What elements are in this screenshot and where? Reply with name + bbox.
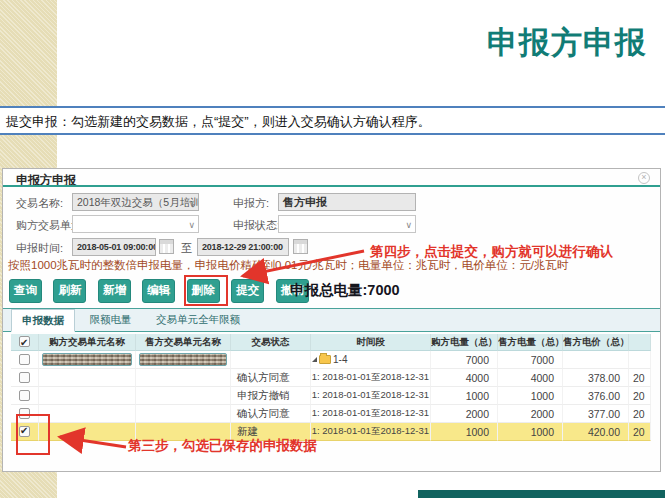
col-trade-status: 交易状态 bbox=[231, 334, 311, 351]
tab-unit-annual-limit[interactable]: 交易单元全年限额 bbox=[146, 309, 250, 332]
title-separator bbox=[3, 185, 660, 187]
col-sell-qty: 售方电量（总） bbox=[498, 334, 563, 351]
trade-name-value: 2018年双边交易（5月培训发电企 bbox=[77, 196, 199, 208]
row-checkbox[interactable] bbox=[19, 408, 30, 419]
declaration-window: 申报方申报 × 交易名称: 2018年双边交易（5月培训发电企 ∨ 申报方: 售… bbox=[2, 168, 661, 472]
tab-declaration-data[interactable]: 申报数据 bbox=[11, 309, 75, 332]
col-seller-unit: 售方交易单元名称 bbox=[136, 334, 231, 351]
row-checkbox[interactable] bbox=[19, 354, 30, 365]
chevron-down-icon: ∨ bbox=[188, 217, 195, 233]
status-cell: 申报方撤销 bbox=[231, 387, 311, 405]
status-cell: 确认方同意 bbox=[231, 369, 311, 387]
calendar-icon[interactable] bbox=[159, 239, 174, 254]
status-label: 申报状态: bbox=[233, 218, 280, 233]
status-cell: 新建 bbox=[231, 423, 311, 441]
buyer-unit-select[interactable]: ∨ bbox=[72, 215, 199, 233]
status-select[interactable]: ∨ bbox=[278, 215, 416, 233]
time-from-input[interactable]: 2018-05-01 09:00:00 bbox=[72, 238, 156, 256]
table-header-row: 购方交易单元名称 售方交易单元名称 交易状态 时间段 购方电量（总） 售方电量（… bbox=[11, 334, 651, 351]
col-extra bbox=[629, 334, 651, 351]
header-checkbox-cell bbox=[11, 334, 39, 351]
time-to-input[interactable]: 2018-12-29 21:00:00 bbox=[197, 238, 289, 256]
col-period: 时间段 bbox=[311, 334, 431, 351]
select-all-checkbox[interactable] bbox=[19, 336, 30, 347]
table-row[interactable]: 确认方同意 1: 2018-01-01至2018-12-31 2000 2000… bbox=[11, 405, 651, 423]
col-buy-qty: 购方电量（总） bbox=[431, 334, 498, 351]
slide-bottom-bar bbox=[418, 490, 665, 498]
refresh-button[interactable]: 刷新 bbox=[53, 279, 86, 303]
to-separator: 至 bbox=[181, 241, 192, 256]
table-row-selected[interactable]: 新建 1: 2018-01-01至2018-12-31 1000 1000 42… bbox=[11, 423, 651, 441]
delete-button[interactable]: 删除 bbox=[187, 279, 220, 303]
table-row[interactable]: 申报方撤销 1: 2018-01-01至2018-12-31 1000 1000… bbox=[11, 387, 651, 405]
calendar-icon[interactable] bbox=[293, 239, 308, 254]
declarer-label: 申报方: bbox=[233, 196, 269, 211]
tab-bar: 申报数据 限额电量 交易单元全年限额 bbox=[3, 308, 660, 332]
col-sell-price: 售方电价（总） bbox=[563, 334, 629, 351]
row-checkbox[interactable] bbox=[19, 372, 30, 383]
total-energy-label: 申报总电量:7000 bbox=[290, 281, 400, 300]
tab-limit-energy[interactable]: 限额电量 bbox=[79, 309, 141, 332]
trade-name-label: 交易名称: bbox=[16, 196, 63, 211]
status-cell: 确认方同意 bbox=[231, 405, 311, 423]
time-label: 申报时间: bbox=[16, 241, 63, 256]
censored-block bbox=[42, 353, 132, 366]
declarer-field[interactable]: 售方申报 bbox=[278, 193, 416, 211]
folder-icon bbox=[319, 355, 331, 364]
chevron-down-icon: ∨ bbox=[188, 195, 195, 211]
row-checkbox[interactable] bbox=[19, 390, 30, 401]
edit-button[interactable]: 编辑 bbox=[142, 279, 175, 303]
trade-name-select[interactable]: 2018年双边交易（5月培训发电企 ∨ bbox=[72, 193, 199, 211]
close-icon[interactable]: × bbox=[638, 172, 650, 184]
instruction-text: 提交申报：勾选新建的交易数据，点“提交”，则进入交易确认方确认程序。 bbox=[0, 106, 665, 135]
slide-title: 申报方申报 bbox=[487, 22, 647, 64]
buyer-name-censored bbox=[39, 351, 136, 369]
declaration-table: 购方交易单元名称 售方交易单元名称 交易状态 时间段 购方电量（总） 售方电量（… bbox=[11, 334, 651, 441]
declarer-value: 售方申报 bbox=[283, 196, 327, 208]
query-button[interactable]: 查询 bbox=[9, 279, 42, 303]
table-row[interactable]: 确认方同意 1: 2018-01-01至2018-12-31 4000 4000… bbox=[11, 369, 651, 387]
censored-block bbox=[139, 353, 227, 366]
chevron-down-icon: ∨ bbox=[405, 217, 412, 233]
table-row[interactable]: 1-4 7000 7000 bbox=[11, 351, 651, 369]
toolbar: 查询 刷新 新增 编辑 删除 提交 撤销 bbox=[9, 279, 316, 303]
row-checkbox[interactable] bbox=[19, 426, 30, 437]
col-buyer-unit: 购方交易单元名称 bbox=[39, 334, 136, 351]
submit-button[interactable]: 提交 bbox=[231, 279, 264, 303]
expand-icon[interactable] bbox=[312, 357, 317, 362]
declaration-notice: 按照1000兆瓦时的整数倍申报电量，申报电价精确到0.01元/兆瓦时；电量单位：… bbox=[8, 258, 568, 273]
add-button[interactable]: 新增 bbox=[98, 279, 131, 303]
seller-name-censored bbox=[136, 351, 231, 369]
